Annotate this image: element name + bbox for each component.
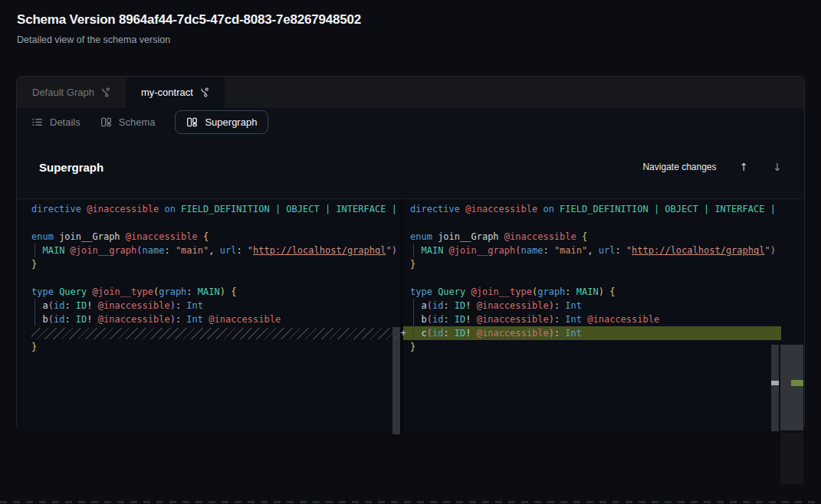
graph-tab-default-graph[interactable]: Default Graph [17,77,126,108]
indent-guide [34,299,35,313]
diff-split-divider-overflow [392,433,403,480]
panel-title: Supergraph [39,161,103,174]
modified-code: directive @inaccessible on FIELD_DEFINIT… [403,199,804,433]
view-tab-schema[interactable]: Schema [100,116,156,128]
fork-icon [199,87,209,97]
graph-tabs: Default Graphmy-contract [17,77,804,108]
diff-original-editor[interactable]: directive @inaccessible on FIELD_DEFINIT… [17,199,400,433]
navigate-changes: Navigate changes ↑ ↓ [642,160,783,174]
inserted-line-placeholder [31,326,400,340]
view-tab-label: Schema [119,116,156,128]
left-editor-scrollbar[interactable] [392,327,400,434]
fork-icon [100,87,110,97]
indent-guide [413,299,414,313]
view-tabs: DetailsSchemaSupergraph [17,108,804,136]
view-tab-label: Details [50,116,80,128]
code-line: } [31,340,400,354]
view-tab-label: Supergraph [205,116,257,128]
code-line: } [410,340,804,354]
graph-tab-my-contract[interactable]: my-contract [126,77,225,108]
navigate-changes-label: Navigate changes [642,162,716,172]
view-tab-details[interactable]: Details [31,116,80,128]
view-tab-supergraph[interactable]: Supergraph [175,110,268,134]
indent-guide [34,313,35,326]
indent-guide [413,326,414,340]
code-line: b(id: ID! @inaccessible): Int @inaccessi… [31,313,400,326]
code-line [31,216,400,230]
code-line: enum join__Graph @inaccessible { [410,230,804,244]
list-icon [31,116,43,128]
previous-change-button[interactable]: ↑ [738,160,750,174]
code-line [410,216,804,230]
page-title: Schema Version 8964af44-7dc5-47cd-8083-7… [17,12,361,28]
columns-icon [100,116,112,128]
indent-guide [413,313,414,326]
graph-tab-label: my-contract [141,87,193,98]
code-line [410,271,804,285]
code-line: directive @inaccessible on FIELD_DEFINIT… [410,202,804,216]
code-line: MAIN @join__graph(name: "main", url: "ht… [410,244,804,257]
code-line: MAIN @join__graph(name: "main", url: "ht… [31,244,400,257]
columns-icon [186,116,198,128]
minimap-slider[interactable] [780,345,803,430]
code-line: b(id: ID! @inaccessible): Int @inaccessi… [410,313,804,326]
bottom-dashed-divider [0,501,821,503]
panel-header: Supergraph Navigate changes ↑ ↓ [17,136,804,198]
code-line: } [410,257,804,271]
scrollbar-change-mark [771,381,779,385]
page-subtitle: Detailed view of the schema version [17,34,361,45]
next-change-button[interactable]: ↓ [771,160,783,174]
diff-modified-editor[interactable]: directive @inaccessible on FIELD_DEFINIT… [403,199,804,433]
right-editor-scrollbar[interactable] [771,345,779,431]
code-line: a(id: ID! @inaccessible): Int [31,299,400,313]
diff-hatch-pattern [31,328,400,339]
page-header: Schema Version 8964af44-7dc5-47cd-8083-7… [17,12,361,45]
code-line [31,271,400,285]
code-line: enum join__Graph @inaccessible { [31,230,400,244]
minimap[interactable] [780,199,803,484]
added-code-line: c(id: ID! @inaccessible): Int [410,326,804,340]
arrow-up-icon: ↑ [740,161,749,173]
graph-tab-label: Default Graph [32,87,94,98]
minimap-overflow [780,433,803,484]
code-line: } [31,257,400,271]
indent-guide [34,244,35,257]
supergraph-diff-editor: directive @inaccessible on FIELD_DEFINIT… [17,198,804,432]
arrow-down-icon: ↓ [773,161,782,173]
original-code: directive @inaccessible on FIELD_DEFINIT… [17,199,400,433]
code-line: directive @inaccessible on FIELD_DEFINIT… [31,202,400,216]
minimap-added-line-mark [791,380,803,386]
inserted-line-plus-marker: + [398,326,409,340]
schema-version-card: Default Graphmy-contract DetailsSchemaSu… [16,76,805,431]
code-line: type Query @join__type(graph: MAIN) { [410,285,804,299]
indent-guide [413,244,414,257]
code-line: type Query @join__type(graph: MAIN) { [31,285,400,299]
code-line: a(id: ID! @inaccessible): Int [410,299,804,313]
